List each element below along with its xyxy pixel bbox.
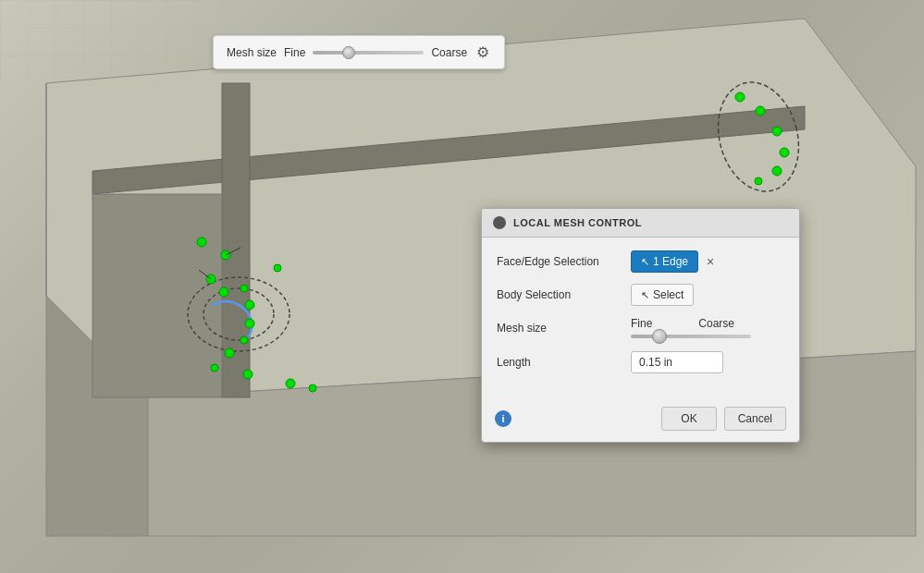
body-selection-row: Body Selection ↖ Select <box>497 284 784 306</box>
svg-marker-5 <box>222 83 250 397</box>
body-select-button[interactable]: ↖ Select <box>631 284 694 306</box>
fine-label: Fine <box>284 46 305 59</box>
footer-buttons: OK Cancel <box>661 407 786 431</box>
length-input[interactable]: 0.15 in <box>631 351 723 373</box>
mesh-size-row: Mesh size Fine Coarse <box>497 317 784 338</box>
coarse-label: Coarse <box>431 46 467 59</box>
face-edge-label: Face/Edge Selection <box>497 255 631 268</box>
mesh-size-row-label: Mesh size <box>497 322 631 335</box>
gear-settings-button[interactable]: ⚙ <box>474 42 491 63</box>
mesh-size-control: Fine Coarse <box>631 317 751 338</box>
info-icon-label: i <box>501 413 504 424</box>
local-mesh-control-dialog: LOCAL MESH CONTROL Face/Edge Selection ↖… <box>481 208 800 443</box>
dialog-title: LOCAL MESH CONTROL <box>513 217 642 228</box>
ok-button[interactable]: OK <box>661 407 716 431</box>
length-row: Length 0.15 in <box>497 351 784 373</box>
dialog-mesh-slider[interactable] <box>631 335 751 338</box>
face-edge-clear-button[interactable]: × <box>702 252 719 271</box>
dialog-header: LOCAL MESH CONTROL <box>482 209 799 238</box>
cursor-icon-body: ↖ <box>641 289 649 301</box>
face-edge-row: Face/Edge Selection ↖ 1 Edge × <box>497 250 784 273</box>
body-button-label: Select <box>653 288 684 301</box>
3d-viewport[interactable]: Mesh size Fine Coarse ⚙ LOCAL MESH CONTR… <box>0 0 924 573</box>
cancel-button[interactable]: Cancel <box>724 407 786 431</box>
length-label: Length <box>497 356 631 369</box>
dialog-header-icon <box>493 216 506 229</box>
body-selection-label: Body Selection <box>497 288 631 301</box>
mesh-slider-container <box>313 51 424 55</box>
svg-marker-6 <box>92 194 222 397</box>
cursor-icon-face: ↖ <box>641 256 649 268</box>
dialog-body: Face/Edge Selection ↖ 1 Edge × Body Sele… <box>482 238 799 399</box>
mesh-size-label: Mesh size <box>227 46 277 59</box>
mesh-fine-label: Fine <box>631 317 652 330</box>
mesh-coarse-label: Coarse <box>698 317 734 330</box>
mesh-size-slider[interactable] <box>313 51 424 55</box>
face-edge-button-label: 1 Edge <box>653 255 688 268</box>
face-edge-select-button[interactable]: ↖ 1 Edge <box>631 250 698 273</box>
mesh-size-labels: Fine Coarse <box>631 317 751 330</box>
mesh-size-toolbar: Mesh size Fine Coarse ⚙ <box>213 35 505 69</box>
dialog-footer: i OK Cancel <box>482 399 799 442</box>
info-button[interactable]: i <box>495 410 511 427</box>
